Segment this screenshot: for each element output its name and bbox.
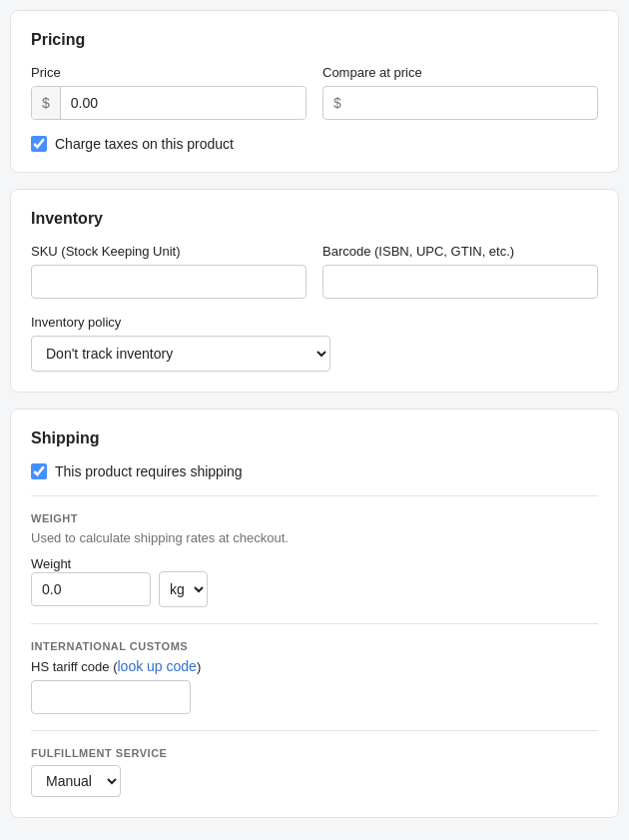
price-prefix: $ <box>32 87 61 119</box>
requires-shipping-checkbox[interactable] <box>31 463 47 479</box>
hs-input[interactable] <box>31 680 191 714</box>
weight-desc: Used to calculate shipping rates at chec… <box>31 530 598 545</box>
weight-section-label: WEIGHT <box>31 512 598 524</box>
charge-taxes-label[interactable]: Charge taxes on this product <box>55 136 234 152</box>
fulfillment-divider <box>31 730 598 731</box>
weight-unit-select[interactable]: kg lb oz g <box>159 571 208 607</box>
charge-taxes-row: Charge taxes on this product <box>31 136 598 152</box>
shipping-card: Shipping This product requires shipping … <box>10 409 619 818</box>
weight-row: kg lb oz g <box>31 571 598 607</box>
price-input[interactable] <box>61 87 306 119</box>
customs-section-label: INTERNATIONAL CUSTOMS <box>31 640 598 652</box>
inventory-row: SKU (Stock Keeping Unit) Barcode (ISBN, … <box>31 244 598 299</box>
hs-label: HS tariff code <box>31 659 110 674</box>
inventory-title: Inventory <box>31 210 598 228</box>
sku-group: SKU (Stock Keeping Unit) <box>31 244 307 299</box>
requires-shipping-label[interactable]: This product requires shipping <box>55 463 243 479</box>
hs-close-paren: ) <box>197 659 201 674</box>
barcode-input[interactable] <box>322 265 598 299</box>
weight-input[interactable] <box>31 572 151 606</box>
fulfillment-select[interactable]: Manual <box>31 765 121 797</box>
inventory-policy-group: Inventory policy Don't track inventory S… <box>31 315 330 372</box>
inventory-policy-select[interactable]: Don't track inventory Shopify tracks thi… <box>31 336 330 372</box>
charge-taxes-checkbox[interactable] <box>31 136 47 152</box>
sku-input[interactable] <box>31 265 307 299</box>
barcode-group: Barcode (ISBN, UPC, GTIN, etc.) <box>322 244 598 299</box>
compare-price-input[interactable] <box>322 86 598 120</box>
price-input-wrapper: $ <box>31 86 307 120</box>
hs-label-row: HS tariff code (look up code) <box>31 658 598 674</box>
compare-price-group: Compare at price <box>322 65 598 120</box>
weight-divider <box>31 495 598 496</box>
pricing-row: Price $ Compare at price <box>31 65 598 120</box>
pricing-card: Pricing Price $ Compare at price Charge … <box>10 10 619 173</box>
hs-lookup-link[interactable]: look up code <box>118 658 197 674</box>
shipping-title: Shipping <box>31 429 598 447</box>
price-group: Price $ <box>31 65 307 120</box>
pricing-title: Pricing <box>31 31 598 49</box>
customs-divider <box>31 623 598 624</box>
sku-label: SKU (Stock Keeping Unit) <box>31 244 307 259</box>
barcode-label: Barcode (ISBN, UPC, GTIN, etc.) <box>322 244 598 259</box>
inventory-card: Inventory SKU (Stock Keeping Unit) Barco… <box>10 189 619 393</box>
inventory-policy-label: Inventory policy <box>31 315 330 330</box>
fulfillment-section-label: FULFILLMENT SERVICE <box>31 747 598 759</box>
requires-shipping-row: This product requires shipping <box>31 463 598 479</box>
compare-price-label: Compare at price <box>322 65 598 80</box>
price-label: Price <box>31 65 307 80</box>
weight-label: Weight <box>31 556 71 571</box>
